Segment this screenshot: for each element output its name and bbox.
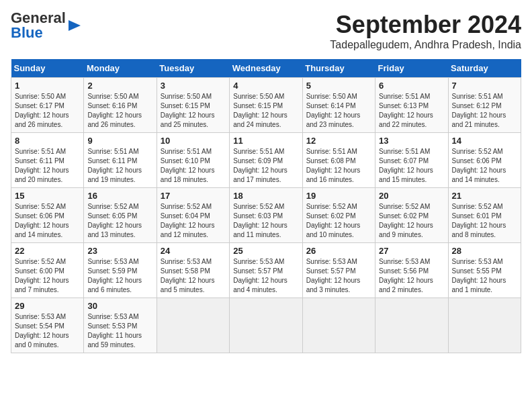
calendar-header-row: Sunday Monday Tuesday Wednesday Thursday… bbox=[11, 59, 521, 78]
table-row: 21Sunrise: 5:52 AM Sunset: 6:01 PM Dayli… bbox=[448, 188, 521, 243]
day-info: Sunrise: 5:52 AM Sunset: 6:04 PM Dayligh… bbox=[161, 202, 226, 240]
calendar-week-row: 22Sunrise: 5:52 AM Sunset: 6:00 PM Dayli… bbox=[11, 243, 521, 298]
day-number: 17 bbox=[161, 191, 226, 201]
table-row: 7Sunrise: 5:51 AM Sunset: 6:12 PM Daylig… bbox=[448, 78, 521, 133]
calendar-week-row: 15Sunrise: 5:52 AM Sunset: 6:06 PM Dayli… bbox=[11, 188, 521, 243]
table-row: 19Sunrise: 5:52 AM Sunset: 6:02 PM Dayli… bbox=[302, 188, 375, 243]
day-info: Sunrise: 5:51 AM Sunset: 6:07 PM Dayligh… bbox=[379, 147, 444, 185]
day-number: 22 bbox=[15, 246, 80, 256]
day-info: Sunrise: 5:53 AM Sunset: 5:57 PM Dayligh… bbox=[306, 257, 371, 295]
table-row: 30Sunrise: 5:53 AM Sunset: 5:53 PM Dayli… bbox=[84, 298, 157, 353]
day-number: 11 bbox=[233, 136, 298, 146]
month-title: September 2024 bbox=[330, 11, 521, 39]
table-row: 14Sunrise: 5:52 AM Sunset: 6:06 PM Dayli… bbox=[448, 133, 521, 188]
day-number: 13 bbox=[379, 136, 444, 146]
table-row: 4Sunrise: 5:50 AM Sunset: 6:15 PM Daylig… bbox=[230, 78, 302, 133]
table-row: 27Sunrise: 5:53 AM Sunset: 5:56 PM Dayli… bbox=[375, 243, 448, 298]
day-number: 7 bbox=[452, 81, 517, 91]
calendar-week-row: 29Sunrise: 5:53 AM Sunset: 5:54 PM Dayli… bbox=[11, 298, 521, 353]
day-info: Sunrise: 5:52 AM Sunset: 6:06 PM Dayligh… bbox=[15, 202, 80, 240]
day-number: 21 bbox=[452, 191, 517, 201]
table-row: 26Sunrise: 5:53 AM Sunset: 5:57 PM Dayli… bbox=[302, 243, 375, 298]
svg-marker-0 bbox=[69, 20, 81, 31]
logo-text: General Blue bbox=[11, 11, 66, 40]
day-info: Sunrise: 5:51 AM Sunset: 6:09 PM Dayligh… bbox=[233, 147, 298, 185]
day-info: Sunrise: 5:51 AM Sunset: 6:12 PM Dayligh… bbox=[452, 92, 517, 130]
page-header: General Blue September 2024 Tadepallegud… bbox=[11, 11, 521, 51]
day-number: 30 bbox=[87, 301, 152, 311]
table-row: 11Sunrise: 5:51 AM Sunset: 6:09 PM Dayli… bbox=[230, 133, 302, 188]
day-number: 2 bbox=[87, 81, 152, 91]
day-number: 14 bbox=[452, 136, 517, 146]
day-info: Sunrise: 5:52 AM Sunset: 6:02 PM Dayligh… bbox=[306, 202, 371, 240]
day-info: Sunrise: 5:52 AM Sunset: 6:01 PM Dayligh… bbox=[452, 202, 517, 240]
table-row: 15Sunrise: 5:52 AM Sunset: 6:06 PM Dayli… bbox=[11, 188, 84, 243]
day-info: Sunrise: 5:53 AM Sunset: 5:58 PM Dayligh… bbox=[161, 257, 226, 295]
table-row: 25Sunrise: 5:53 AM Sunset: 5:57 PM Dayli… bbox=[230, 243, 302, 298]
day-number: 23 bbox=[87, 246, 152, 256]
day-info: Sunrise: 5:50 AM Sunset: 6:16 PM Dayligh… bbox=[87, 92, 152, 130]
day-info: Sunrise: 5:53 AM Sunset: 5:59 PM Dayligh… bbox=[87, 257, 152, 295]
table-row: 24Sunrise: 5:53 AM Sunset: 5:58 PM Dayli… bbox=[157, 243, 229, 298]
day-info: Sunrise: 5:51 AM Sunset: 6:13 PM Dayligh… bbox=[379, 92, 444, 130]
day-info: Sunrise: 5:52 AM Sunset: 6:06 PM Dayligh… bbox=[452, 147, 517, 185]
day-number: 12 bbox=[306, 136, 371, 146]
table-row: 29Sunrise: 5:53 AM Sunset: 5:54 PM Dayli… bbox=[11, 298, 84, 353]
table-row: 22Sunrise: 5:52 AM Sunset: 6:00 PM Dayli… bbox=[11, 243, 84, 298]
day-info: Sunrise: 5:53 AM Sunset: 5:57 PM Dayligh… bbox=[233, 257, 298, 295]
col-thursday: Thursday bbox=[302, 59, 375, 78]
day-number: 19 bbox=[306, 191, 371, 201]
day-info: Sunrise: 5:51 AM Sunset: 6:11 PM Dayligh… bbox=[15, 147, 80, 185]
day-number: 10 bbox=[161, 136, 226, 146]
day-number: 20 bbox=[379, 191, 444, 201]
table-row: 10Sunrise: 5:51 AM Sunset: 6:10 PM Dayli… bbox=[157, 133, 229, 188]
day-info: Sunrise: 5:53 AM Sunset: 5:54 PM Dayligh… bbox=[15, 312, 80, 350]
table-row: 2Sunrise: 5:50 AM Sunset: 6:16 PM Daylig… bbox=[84, 78, 157, 133]
table-row bbox=[375, 298, 448, 353]
logo-arrow-icon bbox=[69, 17, 81, 34]
day-number: 1 bbox=[15, 81, 80, 91]
table-row: 23Sunrise: 5:53 AM Sunset: 5:59 PM Dayli… bbox=[84, 243, 157, 298]
day-number: 26 bbox=[306, 246, 371, 256]
table-row bbox=[302, 298, 375, 353]
table-row: 5Sunrise: 5:50 AM Sunset: 6:14 PM Daylig… bbox=[302, 78, 375, 133]
day-number: 18 bbox=[233, 191, 298, 201]
logo-blue: Blue bbox=[11, 24, 43, 41]
day-number: 8 bbox=[15, 136, 80, 146]
day-info: Sunrise: 5:52 AM Sunset: 6:02 PM Dayligh… bbox=[379, 202, 444, 240]
day-info: Sunrise: 5:51 AM Sunset: 6:08 PM Dayligh… bbox=[306, 147, 371, 185]
location: Tadepallegudem, Andhra Pradesh, India bbox=[330, 39, 521, 51]
table-row bbox=[157, 298, 229, 353]
col-monday: Monday bbox=[84, 59, 157, 78]
table-row: 9Sunrise: 5:51 AM Sunset: 6:11 PM Daylig… bbox=[84, 133, 157, 188]
table-row: 16Sunrise: 5:52 AM Sunset: 6:05 PM Dayli… bbox=[84, 188, 157, 243]
day-number: 25 bbox=[233, 246, 298, 256]
day-info: Sunrise: 5:51 AM Sunset: 6:10 PM Dayligh… bbox=[161, 147, 226, 185]
col-tuesday: Tuesday bbox=[157, 59, 229, 78]
day-number: 5 bbox=[306, 81, 371, 91]
day-number: 15 bbox=[15, 191, 80, 201]
logo: General Blue bbox=[11, 11, 81, 40]
col-friday: Friday bbox=[375, 59, 448, 78]
day-info: Sunrise: 5:50 AM Sunset: 6:14 PM Dayligh… bbox=[306, 92, 371, 130]
calendar-table: Sunday Monday Tuesday Wednesday Thursday… bbox=[11, 59, 521, 353]
table-row: 18Sunrise: 5:52 AM Sunset: 6:03 PM Dayli… bbox=[230, 188, 302, 243]
calendar-week-row: 8Sunrise: 5:51 AM Sunset: 6:11 PM Daylig… bbox=[11, 133, 521, 188]
table-row: 28Sunrise: 5:53 AM Sunset: 5:55 PM Dayli… bbox=[448, 243, 521, 298]
day-info: Sunrise: 5:52 AM Sunset: 6:00 PM Dayligh… bbox=[15, 257, 80, 295]
table-row: 12Sunrise: 5:51 AM Sunset: 6:08 PM Dayli… bbox=[302, 133, 375, 188]
table-row: 13Sunrise: 5:51 AM Sunset: 6:07 PM Dayli… bbox=[375, 133, 448, 188]
table-row: 17Sunrise: 5:52 AM Sunset: 6:04 PM Dayli… bbox=[157, 188, 229, 243]
day-number: 29 bbox=[15, 301, 80, 311]
day-number: 24 bbox=[161, 246, 226, 256]
col-saturday: Saturday bbox=[448, 59, 521, 78]
calendar-week-row: 1Sunrise: 5:50 AM Sunset: 6:17 PM Daylig… bbox=[11, 78, 521, 133]
day-number: 3 bbox=[161, 81, 226, 91]
table-row: 3Sunrise: 5:50 AM Sunset: 6:15 PM Daylig… bbox=[157, 78, 229, 133]
day-number: 16 bbox=[87, 191, 152, 201]
day-number: 27 bbox=[379, 246, 444, 256]
day-info: Sunrise: 5:53 AM Sunset: 5:56 PM Dayligh… bbox=[379, 257, 444, 295]
title-area: September 2024 Tadepallegudem, Andhra Pr… bbox=[330, 11, 521, 51]
table-row bbox=[230, 298, 302, 353]
table-row: 6Sunrise: 5:51 AM Sunset: 6:13 PM Daylig… bbox=[375, 78, 448, 133]
